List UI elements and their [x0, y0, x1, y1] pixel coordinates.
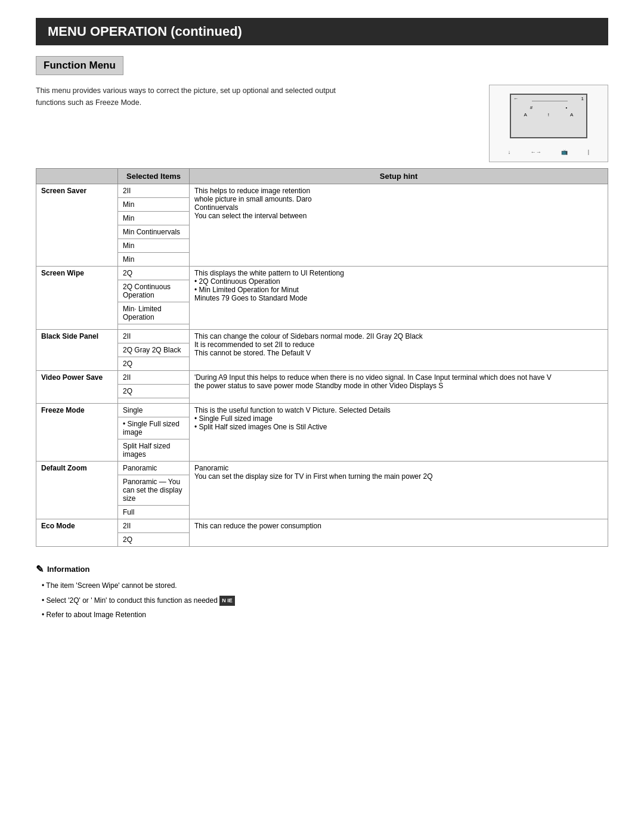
item-cell: 2Q — [118, 533, 190, 547]
table-row: Black Side Panel 2II This can change the… — [36, 330, 608, 343]
intro-line1: This menu provides various ways to corre… — [36, 86, 336, 95]
table-row: Freeze Mode Single This is the useful fu… — [36, 404, 608, 417]
table-row: Video Power Save 2II 'During A9 Input th… — [36, 371, 608, 385]
col-label-empty — [36, 169, 118, 184]
function-menu-table: Selected Items Setup hint Screen Saver 2… — [36, 168, 608, 547]
hint-cell: This displays the white pattern to Ul Re… — [190, 267, 608, 330]
item-cell: Min — [118, 212, 190, 225]
item-cell: Single — [118, 404, 190, 417]
note-section: ✎ Information The item 'Screen Wipe' can… — [36, 561, 608, 621]
item-cell: Min — [118, 253, 190, 267]
note-title: ✎ Information — [36, 561, 608, 577]
item-cell: 2II — [118, 371, 190, 385]
note-badge: N IE — [219, 596, 235, 606]
header-title: MENU OPERATION (continued) — [48, 24, 242, 39]
hint-cell: This can change the colour of Sidebars n… — [190, 330, 608, 371]
item-cell: 2II — [118, 519, 190, 533]
item-cell: Min — [118, 239, 190, 253]
hint-cell: This is the useful function to watch V P… — [190, 404, 608, 462]
col-setup-hint: Setup hint — [190, 169, 608, 184]
item-cell: 2Q Continuous Operation — [118, 280, 190, 302]
item-cell: • Single Full sized image — [118, 417, 190, 439]
note-icon: ✎ — [36, 561, 44, 577]
note-label: Information — [47, 563, 90, 576]
item-cell: Min· Limited Operation — [118, 302, 190, 324]
page-header: MENU OPERATION (continued) — [36, 18, 608, 45]
row-label-default-zoom: Default Zoom — [36, 462, 118, 519]
item-cell — [118, 324, 190, 330]
item-cell: Panoramic — [118, 462, 190, 475]
hint-cell: This helps to reduce image retention who… — [190, 184, 608, 267]
row-label-eco-mode: Eco Mode — [36, 519, 118, 547]
hint-cell: 'During A9 Input this helps to reduce wh… — [190, 371, 608, 404]
table-row: Screen Wipe 2Q This displays the white p… — [36, 267, 608, 280]
intro-line2: functions such as Freeze Mode. — [36, 98, 141, 107]
section-title-container: Function Menu — [36, 56, 608, 85]
col-selected-items: Selected Items — [118, 169, 190, 184]
row-label-freeze-mode: Freeze Mode — [36, 404, 118, 462]
note-item-3: Refer to about Image Retention — [42, 609, 608, 621]
note-item-1: The item 'Screen Wipe' cannot be stored. — [42, 580, 608, 592]
item-cell: 2II — [118, 184, 190, 198]
table-row: Default Zoom Panoramic Panoramic You can… — [36, 462, 608, 475]
diagram-container: ←1 #• A!A ↓←→📺| — [489, 85, 608, 162]
item-cell: 2Q — [118, 267, 190, 280]
row-label-video-power-save: Video Power Save — [36, 371, 118, 404]
note-item-2: Select '2Q' or ' Min' to conduct this fu… — [42, 594, 608, 606]
item-cell: 2Q — [118, 385, 190, 398]
row-label-black-side-panel: Black Side Panel — [36, 330, 118, 371]
item-cell: Panoramic — You can set the display size — [118, 475, 190, 506]
hint-cell: Panoramic You can set the display size f… — [190, 462, 608, 519]
item-cell: Min Continuervals — [118, 225, 190, 239]
item-cell: 2Q — [118, 357, 190, 371]
table-row: Eco Mode 2II This can reduce the power c… — [36, 519, 608, 533]
section-title: Function Menu — [36, 56, 123, 75]
table-row: Screen Saver 2II This helps to reduce im… — [36, 184, 608, 198]
hint-cell: This can reduce the power consumption — [190, 519, 608, 547]
item-cell: Min — [118, 198, 190, 212]
row-label-screen-saver: Screen Saver — [36, 184, 118, 267]
note-list: The item 'Screen Wipe' cannot be stored.… — [36, 580, 608, 621]
item-cell: 2II — [118, 330, 190, 343]
row-label-screen-wipe: Screen Wipe — [36, 267, 118, 330]
item-cell — [118, 398, 190, 404]
item-cell: Full — [118, 506, 190, 519]
item-cell: Split Half sized images — [118, 439, 190, 462]
item-cell: 2Q Gray 2Q Black — [118, 343, 190, 357]
